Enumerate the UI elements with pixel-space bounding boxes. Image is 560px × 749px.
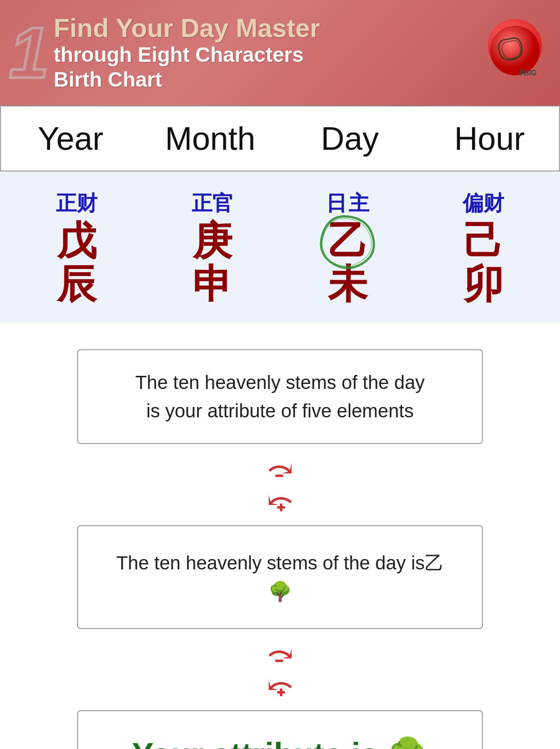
ymdt-header-row: Year Month Day Hour <box>1 106 559 171</box>
month-header: Month <box>141 106 280 171</box>
result-text: Your attribute is 🌳 <box>105 734 455 749</box>
hour-label: 偏财 <box>463 190 504 217</box>
chart-hour-column: 偏财 己 卯 <box>438 190 528 304</box>
year-branch: 辰 <box>57 264 96 304</box>
info1-line2: is your attribute of five elements <box>105 397 455 425</box>
header-title: Find Your Day Master <box>54 14 320 42</box>
year-header: Year <box>1 106 141 171</box>
chart-section: 正财 戊 辰 正官 庚 申 日 主 乙 未 偏财 己 卯 <box>0 171 560 322</box>
chart-day-column: 日 主 乙 未 <box>303 190 393 304</box>
month-stem: 庚 <box>193 221 232 261</box>
year-stem: 戊 <box>57 221 96 261</box>
day-stem: 乙 <box>328 221 367 261</box>
day-header: Day <box>280 106 420 171</box>
month-label: 正官 <box>192 190 233 217</box>
svg-point-0 <box>490 26 540 75</box>
hour-header: Hour <box>420 106 559 171</box>
content-section: The ten heavenly stems of the day is you… <box>0 322 560 749</box>
header-left: 1 Find Your Day Master through Eight Cha… <box>9 14 320 92</box>
chart-month-column: 正官 庚 申 <box>167 190 257 304</box>
logo-svg: FBIG <box>479 19 546 87</box>
header-subtitle: through Eight Characters <box>54 42 320 67</box>
year-label: 正财 <box>56 190 97 217</box>
chart-year-column: 正财 戊 辰 <box>32 190 122 304</box>
header-text-block: Find Your Day Master through Eight Chara… <box>54 14 320 92</box>
circle-overlay-svg <box>319 212 377 271</box>
info-box-1: The ten heavenly stems of the day is you… <box>77 349 483 444</box>
arrow-down-1: ⤼⤽ <box>267 453 294 516</box>
hour-branch: 卯 <box>464 264 503 304</box>
result-box: Your attribute is 🌳 <box>77 710 483 749</box>
header-subtitle2: Birth Chart <box>54 67 320 92</box>
hour-stem: 己 <box>464 221 503 261</box>
info-box-2: The ten heavenly stems of the day is乙🌳 <box>77 525 483 629</box>
info2-text: The ten heavenly stems of the day is乙🌳 <box>105 549 455 606</box>
svg-text:FBIG: FBIG <box>519 69 537 77</box>
logo-container: FBIG <box>479 19 546 87</box>
arrow-down-2: ⤼⤽ <box>267 638 294 701</box>
month-branch: 申 <box>193 264 232 304</box>
ymdt-table: Year Month Day Hour <box>0 106 560 171</box>
header-section: 1 Find Your Day Master through Eight Cha… <box>0 0 560 106</box>
info1-line1: The ten heavenly stems of the day <box>105 368 455 397</box>
header-number: 1 <box>9 17 45 89</box>
